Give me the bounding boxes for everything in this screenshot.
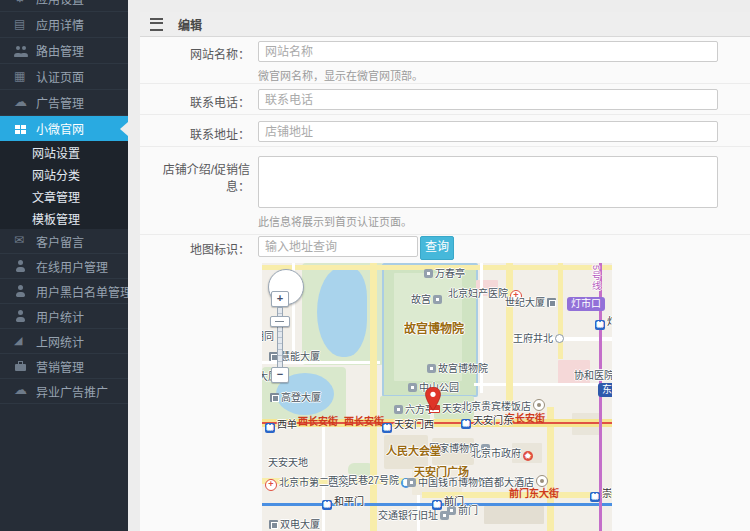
zoom-slider-handle[interactable] [270, 316, 290, 327]
sidebar-item-客户留言[interactable]: 客户留言 [0, 229, 128, 254]
poi-text: 北京妇产医院 [448, 288, 508, 299]
zoom-out-button[interactable]: − [271, 367, 289, 383]
site-name-input[interactable] [258, 41, 718, 62]
poi-text: 北京贵宾楼饭店 [461, 401, 531, 412]
pan-up-icon[interactable] [282, 273, 290, 281]
sidebar-item-文章管理[interactable]: 文章管理 [0, 185, 128, 207]
sidebar-item-认证页面[interactable]: 认证页面 [0, 64, 128, 90]
station-text: 前门 [444, 496, 464, 507]
station-box-label: 东单 [598, 383, 612, 397]
sidebar-item-label: 在线用户管理 [36, 258, 108, 275]
map-search-input[interactable] [258, 236, 418, 257]
map-poi-label: 故宫 [411, 294, 444, 305]
content-panel: 编辑 网站名称：微官网名称，显示在微官网顶部。联系电话：联系地址：店铺介绍/促销… [140, 12, 750, 531]
contact-phone-input[interactable] [258, 89, 718, 110]
cloud-icon [14, 97, 28, 109]
menu-icon[interactable] [150, 18, 163, 31]
sidebar-item-应用详情[interactable]: 应用详情 [0, 12, 128, 38]
sidebar-item-网站分类[interactable]: 网站分类 [0, 163, 128, 185]
station-text: 崇文门 [602, 488, 612, 499]
field-area-shop-intro [258, 156, 718, 212]
baidu-map[interactable]: 万春亭北京妇产医院故宫世纪大厦王府井北协和医院慧能大厦胡同大厦故宫博物院中山公园… [262, 263, 612, 531]
sidebar-item-label: 网站分类 [32, 166, 80, 183]
pan-left-icon[interactable] [272, 283, 280, 291]
form-row-contact-phone: 联系电话： [140, 83, 750, 114]
gear-icon [14, 0, 28, 5]
sidebar-item-营销管理[interactable]: 营销管理 [0, 354, 128, 379]
sidebar-item-异业广告推广[interactable]: 异业广告推广 [0, 379, 128, 404]
hosp-poi-icon [265, 479, 277, 491]
query-button[interactable]: 查询 [420, 236, 454, 260]
field-area-site-name [258, 41, 718, 62]
map-district-label: 故宫博物院 [404, 319, 464, 336]
metro-station-label: 天安门西 [382, 419, 434, 433]
sidebar-item-label: 路由管理 [36, 42, 84, 59]
station-text: 天安门西 [394, 419, 434, 430]
contact-address-input[interactable] [258, 121, 718, 142]
poi-text: 慧能大厦 [280, 351, 320, 362]
map-poi-label: 首都大酒店 [484, 475, 550, 488]
map-poi-label: 北京贵宾楼饭店 [461, 399, 547, 412]
poi-text: 双电大厦 [280, 519, 320, 530]
field-label-contact-phone: 联系电话： [140, 93, 250, 110]
field-area-map-search [258, 236, 418, 257]
map-district-label: 人民大会堂 [386, 442, 441, 458]
sidebar-item-label: 网站设置 [32, 144, 80, 161]
sidebar-item-小微官网[interactable]: 小微官网 [0, 116, 128, 141]
sidebar-item-广告管理[interactable]: 广告管理 [0, 90, 128, 116]
sidebar-item-用户统计[interactable]: 用户统计 [0, 304, 128, 329]
form-row-contact-address: 联系地址： [140, 114, 750, 146]
metro-icon [382, 423, 392, 433]
sidebar-bottom-menu: 客户留言在线用户管理用户黑白名单管理用户统计上网统计营销管理异业广告推广 [0, 229, 128, 404]
map-area [317, 267, 367, 357]
map-poi-label: 双电大厦 [267, 519, 320, 530]
map-marker-pin[interactable] [425, 387, 441, 411]
sidebar-item-模板管理[interactable]: 模板管理 [0, 207, 128, 229]
sidebar-item-label: 应用设置 [36, 0, 84, 7]
user-icon [14, 260, 28, 272]
sidebar-item-label: 认证页面 [36, 68, 84, 85]
metro-icon [322, 500, 332, 510]
metro-icon [595, 320, 605, 330]
map-district-label: 天安门广场 [414, 463, 469, 479]
sidebar-item-label: 文章管理 [32, 188, 80, 205]
pan-right-icon[interactable] [292, 283, 300, 291]
poi-text: 高登大厦 [281, 392, 321, 403]
hotel-poi-icon [536, 475, 548, 487]
sidebar-item-路由管理[interactable]: 路由管理 [0, 38, 128, 64]
panel-header: 编辑 [140, 12, 750, 37]
page-root: { "colors":{"accent_blue":"#29aae1","que… [0, 0, 750, 531]
detail-icon [14, 19, 28, 31]
sidebar-item-应用设置[interactable]: 应用设置 [0, 0, 128, 12]
sidebar-item-label: 营销管理 [36, 358, 84, 375]
poi-text: 首都大酒店 [484, 477, 534, 488]
user-icon [14, 310, 28, 322]
dot-poi-icon [555, 334, 564, 343]
poi-text: 天安天地 [268, 457, 308, 468]
active-arrow-icon [120, 122, 128, 136]
pav-poi-icon [394, 405, 403, 414]
th-icon [14, 123, 28, 135]
metro-station-label: 和平门 [322, 496, 364, 510]
table-icon [14, 71, 28, 83]
station-box-label: 灯市口 [567, 297, 605, 311]
sidebar-item-用户黑白名单管理[interactable]: 用户黑白名单管理 [0, 279, 128, 304]
sidebar-item-在线用户管理[interactable]: 在线用户管理 [0, 254, 128, 279]
brief-icon [14, 360, 28, 372]
map-poi-label: 西交民巷27号院 [328, 475, 413, 488]
bld-poi-icon [270, 393, 279, 402]
zoom-in-button[interactable]: + [271, 291, 289, 307]
shop-intro-input[interactable] [258, 156, 718, 208]
map-road-label: 前门东大街 [509, 489, 559, 499]
metro-station-label: 灯市口 [595, 316, 612, 330]
poi-text: 故宫 [411, 294, 431, 305]
metro-icon [265, 423, 275, 433]
cloud-icon [14, 385, 28, 397]
pav-poi-icon [427, 364, 436, 373]
poi-text: 故宫博物院 [438, 363, 488, 374]
poi-text: 交通银行旧址 [378, 510, 438, 521]
field-area-contact-address [258, 121, 718, 142]
sidebar-item-上网统计[interactable]: 上网统计 [0, 329, 128, 354]
sidebar-item-网站设置[interactable]: 网站设置 [0, 141, 128, 163]
field-label-contact-address: 联系地址： [140, 125, 250, 142]
